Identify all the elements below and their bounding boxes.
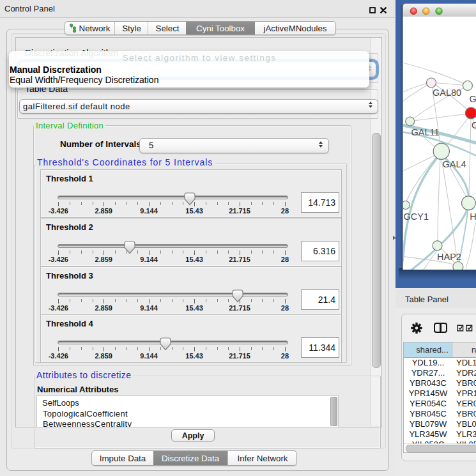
svg-text:GAL80: GAL80: [433, 88, 461, 98]
svg-text:GAL: GAL: [470, 94, 476, 104]
svg-text:GAL4: GAL4: [443, 159, 466, 169]
svg-text:HAP2: HAP2: [437, 252, 461, 262]
svg-text:C: C: [472, 120, 476, 130]
svg-text:GAL11: GAL11: [411, 127, 440, 137]
svg-text:H: H: [470, 211, 476, 222]
svg-text:GCY1: GCY1: [404, 211, 429, 222]
